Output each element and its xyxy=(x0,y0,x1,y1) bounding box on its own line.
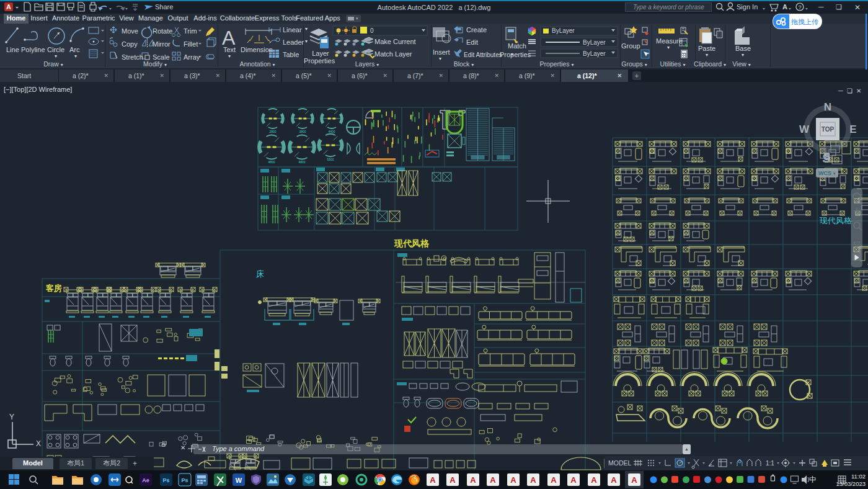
svg-text:A: A xyxy=(570,475,577,485)
svg-text:床: 床 xyxy=(256,269,264,279)
svg-text:X: X xyxy=(36,439,41,448)
svg-text:2800: 2800 xyxy=(269,130,276,133)
svg-text:11:02: 11:02 xyxy=(851,473,866,480)
svg-text:ByLayer: ByLayer xyxy=(583,39,606,46)
svg-text:客房: 客房 xyxy=(45,284,62,293)
svg-text:Ae: Ae xyxy=(142,477,149,483)
svg-text:[−][Top][2D Wireframe]: [−][Top][2D Wireframe] xyxy=(4,86,72,93)
svg-text:Sign In: Sign In xyxy=(737,3,758,11)
svg-text:中: 中 xyxy=(809,475,817,484)
svg-text:ByLayer: ByLayer xyxy=(552,27,575,34)
svg-text:A: A xyxy=(470,475,476,485)
svg-text:现代风格: 现代风格 xyxy=(819,216,852,225)
svg-text:1:1: 1:1 xyxy=(766,460,774,467)
svg-text:Ps: Ps xyxy=(181,477,188,483)
svg-text:4400: 4400 xyxy=(328,130,335,133)
svg-text:A: A xyxy=(530,475,536,485)
svg-text:Ps: Ps xyxy=(162,477,169,483)
svg-text:A: A xyxy=(510,475,516,485)
svg-text:A: A xyxy=(490,475,496,485)
svg-text:A: A xyxy=(430,475,436,485)
svg-text:W: W xyxy=(799,123,810,135)
svg-text:N: N xyxy=(824,101,831,113)
svg-text:S: S xyxy=(823,151,830,163)
svg-text:▾: ▾ xyxy=(833,171,836,176)
svg-text:A: A xyxy=(551,475,557,485)
svg-text:WCS: WCS xyxy=(818,170,831,176)
svg-text:A: A xyxy=(591,475,597,485)
svg-text:Y: Y xyxy=(9,413,14,421)
svg-text:?: ? xyxy=(798,4,801,11)
svg-text:0: 0 xyxy=(370,27,374,34)
svg-text:4800: 4800 xyxy=(268,160,275,164)
svg-text:5500: 5500 xyxy=(327,158,334,161)
svg-text:─: ─ xyxy=(838,87,843,94)
svg-text:3800: 3800 xyxy=(299,130,306,133)
svg-text:✕: ✕ xyxy=(856,87,861,94)
svg-text:4800: 4800 xyxy=(298,160,305,164)
svg-text:现代风格: 现代风格 xyxy=(394,238,430,248)
svg-text:E: E xyxy=(849,123,856,135)
svg-text:13/03/2023: 13/03/2023 xyxy=(836,480,866,487)
svg-text:A: A xyxy=(611,475,617,485)
svg-text:A: A xyxy=(782,3,787,11)
svg-text:A: A xyxy=(450,475,456,485)
svg-text:TOP: TOP xyxy=(822,126,835,133)
svg-text:ByLayer: ByLayer xyxy=(583,50,606,57)
svg-text:W: W xyxy=(236,477,242,484)
svg-text:❏: ❏ xyxy=(847,87,852,94)
svg-text:A: A xyxy=(631,475,637,485)
